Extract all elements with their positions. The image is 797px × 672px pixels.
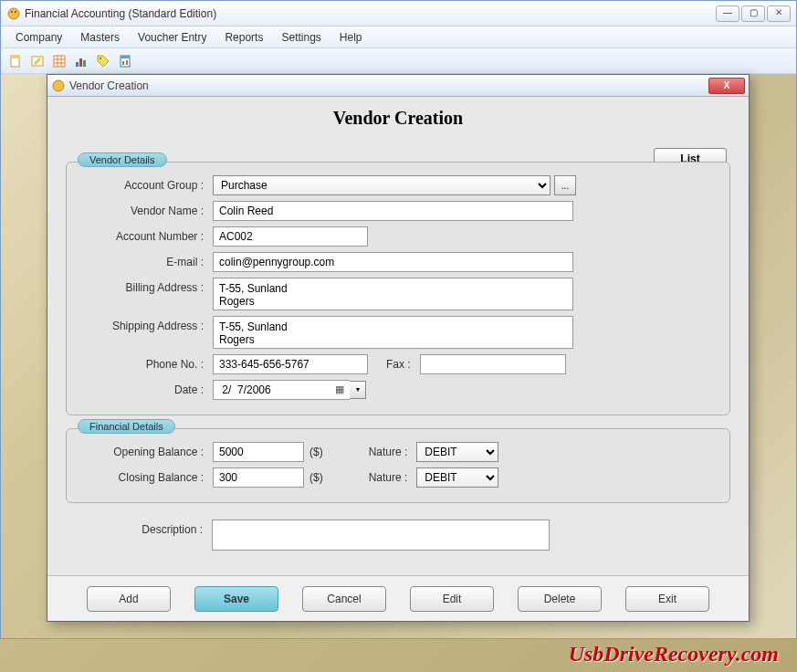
- menu-reports[interactable]: Reports: [215, 28, 272, 47]
- closing-nature-select[interactable]: DEBIT: [416, 467, 498, 488]
- closing-balance-label: Closing Balance :: [85, 471, 213, 484]
- fax-label: Fax :: [368, 358, 420, 371]
- svg-rect-18: [126, 60, 128, 65]
- edit-icon[interactable]: [28, 52, 47, 70]
- chart-icon[interactable]: [72, 52, 90, 70]
- dialog-icon: [51, 79, 66, 93]
- delete-button[interactable]: Delete: [518, 586, 602, 612]
- fax-input[interactable]: [420, 354, 566, 374]
- dialog-body: Vendor Creation List Vendor Details Acco…: [47, 97, 749, 621]
- maximize-button[interactable]: ▢: [741, 5, 765, 22]
- vendor-creation-dialog: Vendor Creation X Vendor Creation List V…: [47, 74, 750, 622]
- date-input[interactable]: [213, 380, 350, 400]
- closing-currency-label: ($): [304, 471, 323, 484]
- menu-help[interactable]: Help: [330, 28, 372, 47]
- menu-voucher-entry[interactable]: Voucher Entry: [129, 28, 215, 47]
- svg-rect-4: [11, 56, 19, 58]
- minimize-button[interactable]: —: [716, 5, 739, 22]
- description-label: Description :: [84, 520, 212, 536]
- app-icon: [6, 6, 21, 21]
- title-bar: Financial Accounting (Standard Edition) …: [1, 1, 796, 26]
- svg-point-0: [8, 8, 19, 19]
- window-title: Financial Accounting (Standard Edition): [25, 7, 716, 20]
- opening-balance-input[interactable]: [213, 442, 304, 462]
- opening-balance-label: Opening Balance :: [85, 446, 213, 458]
- dialog-close-button[interactable]: X: [708, 78, 745, 94]
- grid-icon[interactable]: [50, 52, 68, 70]
- close-button[interactable]: ✕: [767, 5, 791, 22]
- account-number-input[interactable]: [213, 226, 368, 247]
- cancel-button[interactable]: Cancel: [302, 586, 386, 612]
- window-controls: — ▢ ✕: [716, 5, 791, 22]
- dialog-title-text: Vendor Creation: [69, 79, 708, 92]
- email-label: E-mail :: [85, 256, 213, 268]
- date-dropdown-button[interactable]: ▾: [350, 381, 366, 399]
- tag-icon[interactable]: [94, 52, 112, 70]
- financial-details-fieldset: Financial Details Opening Balance : ($) …: [66, 428, 730, 503]
- account-group-select[interactable]: Purchase: [213, 175, 551, 195]
- svg-point-19: [53, 80, 64, 91]
- vendor-details-legend: Vendor Details: [78, 152, 167, 167]
- email-input[interactable]: [213, 252, 573, 272]
- shipping-address-label: Shipping Address :: [85, 316, 213, 332]
- menu-bar: Company Masters Voucher Entry Reports Se…: [1, 26, 796, 48]
- main-window: Financial Accounting (Standard Edition) …: [0, 0, 797, 639]
- account-number-label: Account Number :: [85, 230, 213, 243]
- dialog-heading: Vendor Creation: [47, 97, 749, 136]
- billing-address-input[interactable]: T-55, Sunland Rogers: [213, 278, 573, 310]
- closing-balance-input[interactable]: [213, 467, 304, 488]
- dialog-title-bar: Vendor Creation X: [47, 75, 749, 97]
- exit-button[interactable]: Exit: [625, 586, 709, 612]
- phone-label: Phone No. :: [85, 358, 213, 371]
- svg-point-2: [15, 11, 16, 13]
- add-button[interactable]: Add: [87, 586, 171, 612]
- vendor-name-label: Vendor Name :: [85, 205, 213, 217]
- new-file-icon[interactable]: [6, 52, 25, 70]
- financial-details-legend: Financial Details: [78, 419, 175, 434]
- svg-rect-6: [54, 56, 65, 67]
- watermark: UsbDriveRecovery.com: [569, 642, 779, 667]
- button-bar: Add Save Cancel Edit Delete Exit: [47, 575, 749, 621]
- svg-rect-17: [122, 61, 124, 65]
- description-row: Description :: [66, 516, 730, 560]
- svg-rect-11: [76, 62, 79, 67]
- report-icon[interactable]: [116, 52, 134, 70]
- svg-rect-12: [79, 58, 82, 67]
- account-group-browse-button[interactable]: ...: [554, 175, 576, 195]
- content-area: Vendor Creation X Vendor Creation List V…: [1, 74, 796, 638]
- billing-address-label: Billing Address :: [85, 278, 213, 294]
- save-button[interactable]: Save: [194, 586, 278, 612]
- shipping-address-input[interactable]: T-55, Sunland Rogers: [213, 316, 573, 349]
- vendor-name-input[interactable]: [213, 201, 573, 221]
- svg-rect-16: [121, 56, 130, 58]
- svg-rect-13: [83, 60, 86, 67]
- vendor-details-fieldset: Vendor Details Account Group : Purchase …: [66, 162, 730, 415]
- menu-masters[interactable]: Masters: [71, 28, 129, 47]
- svg-point-1: [11, 11, 13, 13]
- date-label: Date :: [85, 383, 213, 396]
- toolbar: [1, 48, 796, 74]
- menu-company[interactable]: Company: [6, 28, 71, 47]
- opening-nature-select[interactable]: DEBIT: [416, 442, 498, 462]
- closing-nature-label: Nature :: [323, 471, 417, 484]
- edit-button[interactable]: Edit: [410, 586, 494, 612]
- phone-input[interactable]: [213, 354, 368, 374]
- svg-point-14: [100, 58, 101, 59]
- account-group-label: Account Group :: [85, 179, 213, 192]
- opening-nature-label: Nature :: [323, 446, 417, 458]
- menu-settings[interactable]: Settings: [272, 28, 330, 47]
- opening-currency-label: ($): [304, 446, 323, 458]
- description-input[interactable]: [212, 520, 550, 551]
